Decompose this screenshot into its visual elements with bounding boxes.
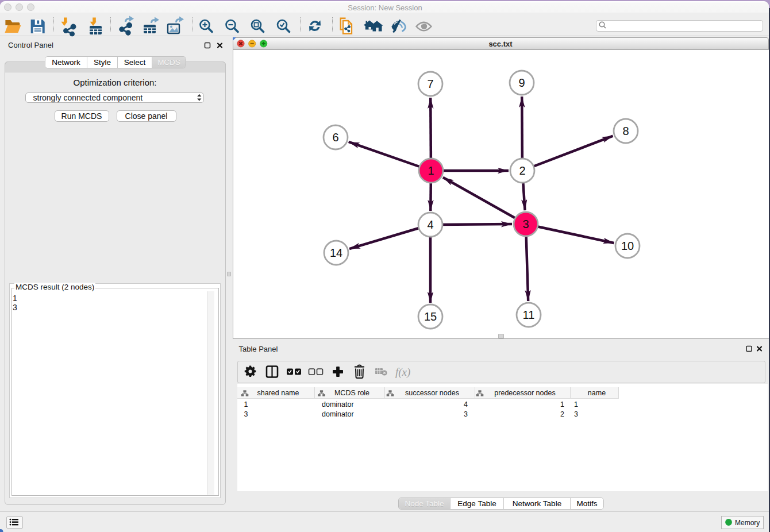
svg-text:6: 6	[332, 131, 338, 144]
svg-text:8: 8	[622, 125, 629, 137]
svg-text:3: 3	[522, 218, 529, 230]
svg-text:4: 4	[427, 218, 433, 231]
svg-text:1: 1	[428, 164, 434, 177]
svg-text:f(x): f(x)	[395, 366, 410, 379]
svg-text:2: 2	[519, 164, 525, 177]
svg-text:11: 11	[523, 309, 535, 321]
svg-text:15: 15	[424, 310, 437, 323]
svg-text:10: 10	[621, 240, 634, 252]
svg-text:7: 7	[427, 78, 433, 90]
svg-text:9: 9	[518, 76, 525, 89]
svg-text:14: 14	[330, 246, 342, 259]
